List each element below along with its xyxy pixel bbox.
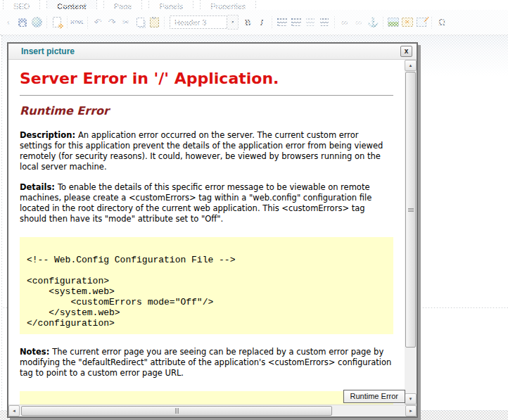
picture-icon: [388, 18, 399, 27]
editor-toolbar: ‹ HTML ↶ ↷ ✂ Header 3 ▾ B I ∞ ∞ ⚓ Ω: [0, 10, 508, 35]
indent-icon[interactable]: [317, 15, 331, 30]
anchor-icon[interactable]: ⚓: [366, 15, 380, 30]
scroll-left-button[interactable]: ◄: [8, 405, 20, 416]
details-paragraph: Details: To enable the details of this s…: [20, 182, 393, 224]
paste-icon[interactable]: [147, 15, 161, 30]
tab-seo[interactable]: SEO: [3, 0, 40, 9]
tab-content[interactable]: Content: [46, 0, 97, 9]
details-text: To enable the details of this specific e…: [20, 182, 372, 224]
dialog-close-button[interactable]: x: [400, 46, 412, 57]
edit-image-icon[interactable]: [414, 15, 428, 30]
scroll-down-button[interactable]: ▼: [405, 393, 417, 405]
remove-link-icon[interactable]: ∞: [352, 15, 366, 30]
tab-label: Panels: [159, 2, 183, 9]
code-block-customerrors-off: <!-- Web.Config Configuration File --> <…: [20, 237, 393, 334]
indent-lines-icon: [320, 18, 329, 26]
toolbar-scroll-left-icon[interactable]: ‹: [1, 15, 15, 30]
notes-paragraph: Notes: The current error page you are se…: [20, 347, 393, 378]
error-page-subtitle: Runtime Error: [20, 106, 393, 116]
tab-label: Content: [57, 2, 87, 9]
toolbar-separator: [383, 16, 383, 29]
italic-icon[interactable]: I: [255, 15, 269, 30]
insert-image-icon[interactable]: [386, 15, 400, 30]
insert-media-icon[interactable]: [400, 15, 414, 30]
scroll-up-button[interactable]: ▲: [405, 60, 417, 71]
arrow-left-icon: ◄: [12, 409, 16, 413]
tab-label: Properties: [210, 2, 246, 9]
vertical-scroll-track[interactable]: [405, 71, 417, 393]
save-disk-icon: [18, 18, 27, 27]
insert-link-icon[interactable]: ∞: [338, 15, 352, 30]
tab-strip: SEO Content Page Panels Properties: [0, 0, 508, 9]
arrow-down-icon: ▼: [409, 397, 413, 401]
code-block-customerrors-remoteonly: <!-- Web.Config Configuration File --> <…: [20, 391, 393, 405]
redo-icon[interactable]: ↷: [105, 15, 119, 30]
outdent-icon[interactable]: [303, 15, 317, 30]
combo-dropdown-arrow-icon[interactable]: ▾: [227, 15, 239, 30]
undo-icon[interactable]: ↶: [91, 15, 105, 30]
toolbar-separator: [164, 16, 165, 29]
paragraph-style-combo[interactable]: Header 3 ▾: [170, 15, 239, 30]
toolbar-separator: [46, 16, 47, 29]
error-page-divider: [20, 95, 393, 96]
clipboard-icon: [150, 18, 159, 27]
horizontal-scroll-track[interactable]: [20, 405, 405, 416]
preview-page-icon[interactable]: [50, 15, 64, 30]
dialog-title: Insert picture: [21, 46, 400, 56]
paragraph-style-value[interactable]: Header 3: [170, 15, 227, 29]
html-source-icon[interactable]: HTML: [70, 15, 84, 30]
tab-page[interactable]: Page: [103, 0, 143, 9]
image-pencil-icon: [417, 18, 426, 27]
vertical-scrollbar[interactable]: ▲ ▼: [405, 60, 417, 405]
thumb-grip-icon: [175, 408, 179, 414]
outdent-lines-icon: [306, 18, 315, 26]
arrow-right-icon: ►: [409, 409, 413, 413]
error-page: Server Error in '/' Application. Runtime…: [8, 60, 405, 405]
toolbar-separator: [87, 16, 88, 29]
publish-icon[interactable]: [30, 15, 44, 30]
horizontal-scroll-thumb[interactable]: [21, 406, 332, 416]
runtime-error-tooltip: Runtime Error: [343, 390, 405, 403]
toolbar-separator: [67, 16, 68, 29]
toolbar-separator: [431, 16, 432, 29]
description-label: Description:: [20, 130, 78, 140]
dialog-body: Server Error in '/' Application. Runtime…: [8, 60, 417, 405]
ordered-list-icon: [291, 18, 301, 26]
copy-pages-icon: [136, 18, 144, 27]
bold-icon[interactable]: B: [241, 15, 255, 30]
notes-label: Notes:: [20, 347, 52, 357]
copy-icon[interactable]: [133, 15, 147, 30]
thumb-grip-icon: [408, 208, 414, 212]
tab-label: SEO: [13, 2, 30, 9]
special-character-icon[interactable]: Ω: [435, 15, 449, 30]
description-paragraph: Description: An application error occurr…: [20, 130, 393, 172]
numbered-list-icon[interactable]: [289, 15, 303, 30]
save-icon[interactable]: [15, 15, 30, 30]
toolbar-separator: [272, 16, 272, 29]
error-page-title: Server Error in '/' Application.: [20, 70, 393, 88]
html-text-icon: HTML: [70, 20, 84, 25]
tab-panels[interactable]: Panels: [148, 0, 193, 9]
tab-properties[interactable]: Properties: [200, 0, 256, 9]
media-box-icon: [402, 18, 413, 27]
toolbar-separator: [334, 16, 335, 29]
bullet-list-icon[interactable]: [275, 15, 289, 30]
page-pencil-icon: [53, 17, 61, 27]
unordered-list-icon: [277, 18, 287, 26]
details-label: Details:: [20, 182, 58, 192]
cut-icon[interactable]: ✂: [119, 15, 133, 30]
scroll-right-button[interactable]: ►: [405, 405, 417, 416]
horizontal-scrollbar[interactable]: ◄ ►: [8, 405, 417, 416]
arrow-up-icon: ▲: [409, 63, 413, 68]
insert-picture-dialog: Insert picture x Server Error in '/' App…: [7, 42, 418, 418]
dialog-titlebar[interactable]: Insert picture x: [8, 44, 417, 60]
notes-text: The current error page you are seeing ca…: [20, 347, 391, 378]
tab-label: Page: [114, 2, 132, 9]
globe-icon: [32, 17, 42, 27]
vertical-scroll-thumb[interactable]: [405, 72, 416, 348]
